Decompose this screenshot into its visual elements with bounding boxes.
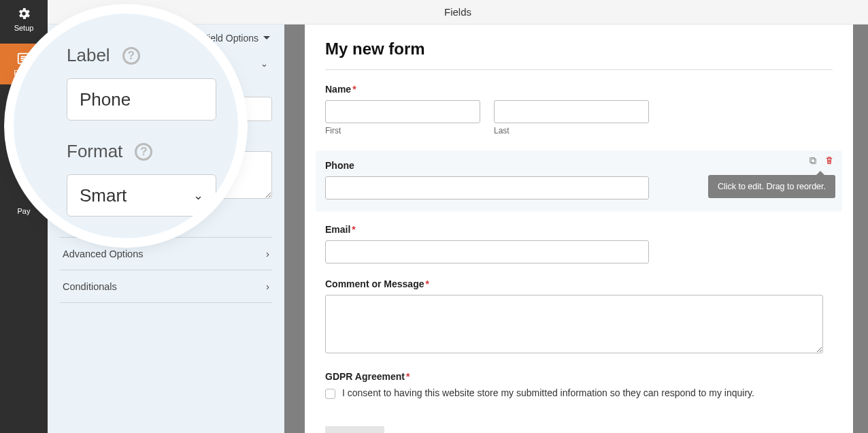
nav-setup-label: Setup (14, 24, 34, 32)
field-email: Email* (325, 224, 833, 263)
chevron-down-icon: ⌄ (193, 188, 203, 203)
duplicate-icon[interactable] (808, 156, 818, 165)
phone-input[interactable] (325, 176, 649, 199)
name-label: Name* (325, 84, 833, 95)
first-sublabel: First (325, 126, 480, 135)
email-label: Email* (325, 224, 833, 235)
first-name-input[interactable] (325, 100, 480, 123)
email-input[interactable] (325, 240, 649, 263)
field-name: Name* First Last (325, 84, 833, 135)
svg-rect-6 (810, 158, 815, 163)
submit-button[interactable]: Submit (325, 426, 384, 433)
fields-icon (16, 51, 31, 66)
comment-textarea[interactable] (325, 295, 823, 353)
topbar: Fields (48, 0, 868, 25)
form-title: My new form (325, 39, 833, 59)
gdpr-label: GDPR Agreement* (325, 371, 833, 382)
topbar-title: Fields (444, 6, 471, 18)
field-tooltip: Click to edit. Drag to reorder. (708, 175, 835, 198)
mag-label-title: Label ? (67, 45, 218, 66)
chevron-right-icon: › (266, 280, 269, 292)
field-phone-selected[interactable]: Phone Click to edit. Drag to reorder. (316, 150, 842, 212)
nav-payments-label: Pay (18, 207, 31, 215)
phone-label: Phone (325, 160, 833, 171)
mag-format-select[interactable]: Smart ⌄ (67, 174, 216, 216)
form-preview: My new form Name* First Last Phone Click… (305, 25, 853, 433)
field-comment: Comment or Message* (325, 278, 833, 356)
collapse-icon[interactable]: ⌄ (261, 59, 268, 69)
gutter-right (853, 25, 868, 433)
mag-label-input[interactable]: Phone (67, 78, 216, 121)
gdpr-checkbox[interactable] (325, 389, 335, 399)
last-name-input[interactable] (494, 100, 649, 123)
tab-field-options[interactable]: Field Options (203, 33, 271, 44)
chevron-down-icon (263, 34, 271, 42)
magnifier-overlay: Label ? Phone Format ? Smart ⌄ (14, 14, 238, 238)
field-actions (808, 156, 834, 165)
last-sublabel: Last (494, 126, 649, 135)
gutter-left (284, 25, 305, 433)
nav-setup[interactable]: Setup (0, 0, 48, 38)
comment-label: Comment or Message* (325, 278, 833, 289)
chevron-right-icon: › (266, 248, 269, 259)
conditionals[interactable]: Conditionals › (60, 270, 272, 303)
advanced-options[interactable]: Advanced Options › (60, 238, 272, 270)
svg-rect-5 (811, 159, 816, 163)
gdpr-consent-text: I consent to having this website store m… (342, 387, 754, 398)
gear-icon (16, 6, 31, 21)
mag-format-title: Format ? (67, 141, 218, 162)
help-icon[interactable]: ? (135, 143, 152, 161)
field-gdpr: GDPR Agreement* I consent to having this… (325, 371, 833, 399)
help-icon[interactable]: ? (122, 47, 140, 65)
trash-icon[interactable] (824, 156, 834, 165)
